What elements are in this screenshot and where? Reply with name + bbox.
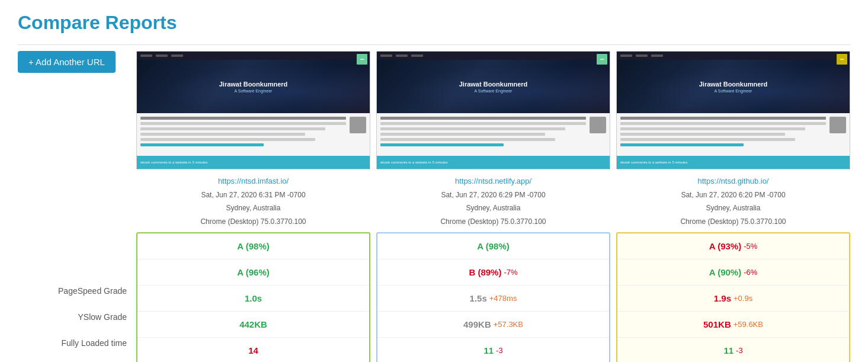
report-date-3: Sat, Jun 27, 2020 6:20 PM -0700: [681, 191, 785, 199]
fake-footer-3: ebook comments to a website in 5 minutes: [617, 156, 850, 169]
fake-site-sub-3: A Software Engineer: [715, 89, 752, 93]
metric-yslow-3: A (90%) -6%: [617, 260, 849, 286]
fake-avatar-1: [350, 117, 366, 133]
report-col-1: Jirawat Boonkumnerd A Software Engineer: [136, 51, 370, 362]
label-page-size: Total page size: [18, 356, 136, 362]
content-line: [140, 122, 346, 125]
report-info-2: https://ntsd.netlify.app/ Sat, Jun 27, 2…: [376, 169, 610, 232]
metric-size-1: 442KB: [137, 312, 369, 338]
report-col-2: Jirawat Boonkumnerd A Software Engineer: [376, 51, 610, 362]
report-browser-2: Chrome (Desktop) 75.0.3770.100: [440, 217, 546, 226]
fake-avatar-2: [590, 117, 606, 133]
metric-loaded-3: 1.9s +0.9s: [617, 286, 849, 312]
requests-value-2: 11: [483, 345, 494, 355]
fake-site-sub-2: A Software Engineer: [475, 89, 513, 93]
fake-content-3: [617, 113, 850, 156]
nav-dot: [171, 55, 183, 57]
fake-site-name-1: Jirawat Boonkumnerd: [219, 81, 288, 88]
fake-screenshot-2: Jirawat Boonkumnerd A Software Engineer: [377, 52, 610, 169]
add-url-button[interactable]: + Add Another URL: [18, 51, 116, 73]
pagespeed-value-1: A (98%): [237, 241, 269, 251]
yslow-diff-2: -7%: [504, 268, 517, 277]
size-diff-3: +59.6KB: [734, 320, 763, 329]
content-line: [140, 127, 325, 130]
fake-content-2: [377, 113, 610, 156]
page-divider: [18, 44, 850, 45]
loaded-diff-3: +0.9s: [734, 294, 752, 303]
content-line: [620, 127, 805, 130]
screenshot-3[interactable]: Jirawat Boonkumnerd A Software Engineer: [616, 51, 850, 169]
pagespeed-diff-3: -5%: [744, 242, 757, 251]
nav-dot: [651, 55, 663, 57]
content-line: [380, 133, 545, 136]
fake-content-main-2: [380, 117, 586, 152]
page-container: Compare Reports + Add Another URL PageSp…: [0, 0, 868, 362]
nav-dot: [140, 55, 152, 57]
fake-hero-1: Jirawat Boonkumnerd A Software Engineer: [137, 60, 370, 113]
metric-loaded-2: 1.5s +478ms: [377, 286, 609, 312]
nav-dot: [396, 55, 408, 57]
metric-requests-2: 11 -3: [377, 338, 609, 362]
report-url-2[interactable]: https://ntsd.netlify.app/: [455, 177, 531, 185]
report-info-3: https://ntsd.github.io/ Sat, Jun 27, 202…: [616, 169, 850, 232]
content-line-cta: [140, 143, 264, 146]
content-line: [380, 138, 555, 141]
metrics-card-3: A (93%) -5% A (90%) -6% 1.9s +0.9s 501KB…: [616, 232, 850, 362]
yslow-value-3: A (90%): [709, 267, 741, 277]
fake-hero-2: Jirawat Boonkumnerd A Software Engineer: [377, 60, 610, 113]
metric-yslow-1: A (96%): [137, 260, 369, 286]
size-diff-2: +57.3KB: [494, 320, 523, 329]
content-line: [140, 117, 346, 120]
screenshot-1[interactable]: Jirawat Boonkumnerd A Software Engineer: [136, 51, 370, 169]
report-browser-1: Chrome (Desktop) 75.0.3770.100: [200, 217, 306, 226]
page-title: Compare Reports: [18, 12, 850, 34]
requests-diff-3: -3: [736, 346, 743, 355]
report-info-1: https://ntsd.imfast.io/ Sat, Jun 27, 202…: [136, 169, 370, 232]
metric-requests-3: 11 -3: [617, 338, 849, 362]
content-line: [380, 117, 586, 120]
report-url-3[interactable]: https://ntsd.github.io/: [698, 177, 769, 185]
fake-screenshot-1: Jirawat Boonkumnerd A Software Engineer: [137, 52, 370, 169]
yslow-value-2: B (89%): [469, 267, 501, 277]
metrics-card-1: A (98%) A (96%) 1.0s 442KB 14: [136, 232, 370, 362]
report-location-2: Sydney, Australia: [466, 204, 521, 212]
screenshot-2[interactable]: Jirawat Boonkumnerd A Software Engineer: [376, 51, 610, 169]
size-value-3: 501KB: [703, 319, 731, 329]
pagespeed-value-3: A (93%): [709, 241, 741, 251]
yslow-diff-3: -6%: [744, 268, 757, 277]
content-line: [620, 122, 826, 125]
fake-site-name-3: Jirawat Boonkumnerd: [699, 81, 768, 88]
content-line: [140, 138, 315, 141]
yslow-value-1: A (96%): [237, 267, 269, 277]
nav-dot: [636, 55, 648, 57]
remove-report-2-button[interactable]: −: [597, 54, 607, 65]
report-col-3: Jirawat Boonkumnerd A Software Engineer: [616, 51, 850, 362]
requests-value-1: 14: [248, 345, 258, 355]
remove-report-1-button[interactable]: −: [357, 54, 367, 65]
loaded-diff-2: +478ms: [489, 294, 517, 303]
content-line: [380, 122, 586, 125]
content-line: [620, 117, 826, 120]
metric-size-2: 499KB +57.3KB: [377, 312, 609, 338]
fake-footer-text-3: ebook comments to a website in 5 minutes: [620, 161, 687, 164]
fake-nav-1: [137, 52, 370, 60]
size-value-1: 442KB: [239, 319, 267, 329]
report-url-1[interactable]: https://ntsd.imfast.io/: [218, 177, 289, 185]
fake-content-main-1: [140, 117, 346, 152]
pagespeed-value-2: A (98%): [477, 241, 509, 251]
metric-pagespeed-3: A (93%) -5%: [617, 233, 849, 260]
reports-columns: Jirawat Boonkumnerd A Software Engineer: [136, 51, 850, 362]
fake-content-main-3: [620, 117, 826, 152]
content-line: [140, 133, 305, 136]
fake-hero-3: Jirawat Boonkumnerd A Software Engineer: [617, 60, 850, 113]
fake-screenshot-3: Jirawat Boonkumnerd A Software Engineer: [617, 52, 850, 169]
fake-nav-2: [377, 52, 610, 60]
labels-column: + Add Another URL PageSpeed Grade YSlow …: [18, 51, 136, 362]
loaded-value-3: 1.9s: [714, 293, 731, 303]
metric-pagespeed-1: A (98%): [137, 233, 369, 260]
metric-loaded-1: 1.0s: [137, 286, 369, 312]
loaded-value-2: 1.5s: [470, 293, 487, 303]
remove-report-3-button[interactable]: −: [837, 54, 847, 65]
fake-avatar-3: [829, 117, 846, 133]
content-line-cta: [620, 143, 744, 146]
